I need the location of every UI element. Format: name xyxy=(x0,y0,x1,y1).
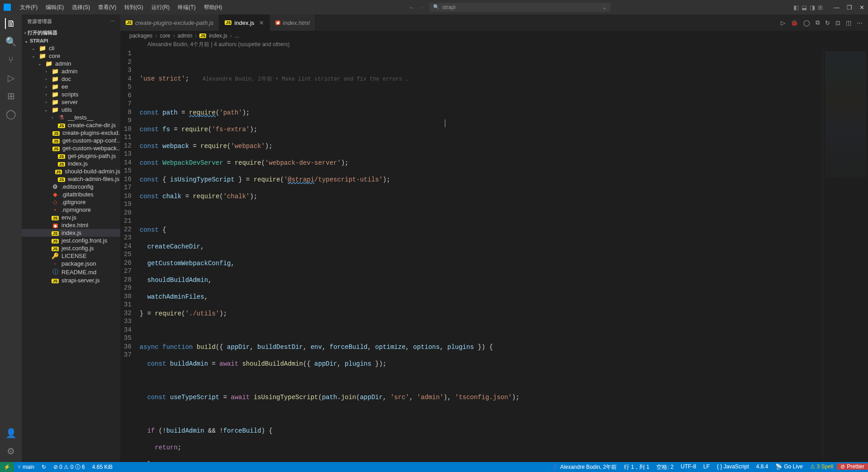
tab-close-icon[interactable]: ✕ xyxy=(259,19,264,26)
tree-item[interactable]: ›📁doc xyxy=(22,75,120,83)
indentation[interactable]: 空格: 2 xyxy=(653,463,677,471)
nav-back-icon[interactable]: ← xyxy=(409,4,415,11)
cursor-position[interactable]: 行 1，列 1 xyxy=(620,463,653,471)
tree-item[interactable]: JSjest.config.front.js xyxy=(22,237,120,244)
search-icon[interactable]: 🔍 xyxy=(5,36,16,47)
project-section[interactable]: ⌄ STRAPI xyxy=(22,37,120,44)
menu-terminal[interactable]: 终端(T) xyxy=(174,2,199,13)
search-text: strapi xyxy=(442,4,455,10)
line-blame[interactable]: 👤 Alexandre Bodin, 2年前 xyxy=(548,463,620,471)
tree-item[interactable]: ›⚗__tests__ xyxy=(22,114,120,121)
tree-item[interactable]: JSjest.config.js xyxy=(22,244,120,252)
tree-item[interactable]: ›📁scripts xyxy=(22,91,120,98)
tree-item[interactable]: JSget-custom-app-conf... xyxy=(22,137,120,144)
nav-forward-icon[interactable]: → xyxy=(418,4,424,11)
tree-item[interactable]: JSenv.js xyxy=(22,214,120,221)
open-editors-section[interactable]: › 打开的编辑器 xyxy=(22,29,120,37)
tree-item[interactable]: JSindex.js xyxy=(22,229,120,237)
prettier-status[interactable]: ⊘ Prettier xyxy=(837,463,868,470)
menu-select[interactable]: 选择(S) xyxy=(68,2,94,13)
eol[interactable]: LF xyxy=(700,463,713,470)
js-file-icon: JS xyxy=(199,33,206,38)
menu-help[interactable]: 帮助(H) xyxy=(200,2,226,13)
extensions-icon[interactable]: ⊞ xyxy=(5,91,16,101)
run-file-icon[interactable]: ▷ xyxy=(781,19,785,26)
tree-item[interactable]: ▪.npmignore xyxy=(22,206,120,214)
sidebar-title: 资源管理器 xyxy=(27,18,52,25)
tree-item[interactable]: JScreate-cache-dir.js xyxy=(22,121,120,129)
spell-check[interactable]: ⚠ 3 Spell xyxy=(807,463,837,470)
problems-indicator[interactable]: ⊘ 0 ⚠ 0 ⓘ 6 xyxy=(50,462,89,472)
menu-goto[interactable]: 转到(G) xyxy=(121,2,146,13)
tree-item[interactable]: ›📁ee xyxy=(22,83,120,91)
tree-item[interactable]: 🔑LICENSE xyxy=(22,252,120,260)
tree-item[interactable]: ⌄📁utils xyxy=(22,106,120,114)
menu-run[interactable]: 运行(R) xyxy=(148,2,174,13)
code-editor[interactable]: 1234567891011121314151617181920212223242… xyxy=(120,49,868,462)
preview-icon[interactable]: ⊡ xyxy=(835,19,840,26)
minimap-preview xyxy=(825,51,866,178)
file-size: 4.65 KiB xyxy=(89,462,116,472)
more-actions-icon[interactable]: ⋯ xyxy=(857,19,863,26)
chevron-down-icon[interactable]: ⌄ xyxy=(602,4,607,10)
layout-panel-icon[interactable]: ⬓ xyxy=(802,4,807,11)
maximize-icon[interactable]: ❐ xyxy=(847,4,852,11)
tree-item[interactable]: JSstrapi-server.js xyxy=(22,277,120,284)
minimize-icon[interactable]: — xyxy=(834,4,840,11)
layout-sidebar-left-icon[interactable]: ◧ xyxy=(793,4,799,11)
menu-view[interactable]: 查看(V) xyxy=(94,2,120,13)
tree-item[interactable]: JSwatch-admin-files.js xyxy=(22,175,120,183)
tree-item[interactable]: JSshould-build-admin.js xyxy=(22,167,120,175)
run-debug-icon[interactable]: ▷ xyxy=(5,72,16,83)
tree-item[interactable]: JSget-custom-webpack... xyxy=(22,144,120,152)
tree-item[interactable]: ⌄📁core xyxy=(22,52,120,60)
editor-tab[interactable]: ◈index.html xyxy=(270,14,316,31)
chevron-down-icon: ⌄ xyxy=(24,38,28,43)
command-center-search[interactable]: strapi ⌄ xyxy=(429,3,610,12)
debug-icon[interactable]: 🐞 xyxy=(791,19,798,26)
sidebar-more-icon[interactable]: ⋯ xyxy=(110,19,115,24)
editor-tab[interactable]: JSindex.js✕ xyxy=(219,14,269,31)
tree-item[interactable]: JSget-plugins-path.js xyxy=(22,152,120,160)
editor-tab[interactable]: JScreate-plugins-exclude-path.js xyxy=(120,14,219,31)
accounts-icon[interactable]: 👤 xyxy=(5,428,16,439)
git-branch[interactable]: ⑂ main xyxy=(14,462,38,472)
chevron-right-icon: › xyxy=(24,30,26,35)
split-editor-icon[interactable]: ◫ xyxy=(846,19,851,26)
minimap[interactable] xyxy=(823,49,868,462)
source-control-icon[interactable]: ⑂ xyxy=(5,54,16,65)
layout-sidebar-right-icon[interactable]: ◨ xyxy=(810,4,815,11)
menu-edit[interactable]: 编辑(E) xyxy=(42,2,67,13)
circle-icon[interactable]: ◯ xyxy=(803,19,810,26)
tree-item[interactable]: JScreate-plugins-exclud... xyxy=(22,129,120,137)
git-blame-header[interactable]: Alexandre Bodin, 4个月前 | 4 authors (soupe… xyxy=(120,41,868,49)
tree-item[interactable]: ◆.gitattributes xyxy=(22,191,120,198)
explorer-sidebar: 资源管理器 ⋯ › 打开的编辑器 ⌄ STRAPI ⌄📁cli⌄📁core⌄📁a… xyxy=(22,14,120,462)
main-menu: 文件(F) 编辑(E) 选择(S) 查看(V) 转到(G) 运行(R) 终端(T… xyxy=(16,2,226,13)
tree-item[interactable]: ›📁admin xyxy=(22,67,120,75)
breadcrumb[interactable]: packages› core› admin› JS index.js› ... xyxy=(120,31,868,41)
remote-indicator[interactable]: ⚡ xyxy=(0,462,14,472)
tree-item[interactable]: ▫package.json xyxy=(22,260,120,267)
tree-item[interactable]: ›📁server xyxy=(22,98,120,106)
settings-gear-icon[interactable]: ⚙ xyxy=(5,446,16,457)
split-right-icon[interactable]: ⧉ xyxy=(816,19,820,26)
explorer-icon[interactable]: 🗎 xyxy=(5,18,16,29)
tree-item[interactable]: JSindex.js xyxy=(22,160,120,167)
tree-item[interactable]: ⓘREADME.md xyxy=(22,267,120,277)
close-icon[interactable]: ✕ xyxy=(859,4,864,11)
version[interactable]: 4.8.4 xyxy=(753,463,772,470)
tree-item[interactable]: ⌄📁admin xyxy=(22,60,120,67)
tree-item[interactable]: ◈index.html xyxy=(22,221,120,229)
tree-item[interactable]: ⌄📁cli xyxy=(22,44,120,52)
encoding[interactable]: UTF-8 xyxy=(677,463,700,470)
remote-icon[interactable]: ◯ xyxy=(5,109,16,119)
layout-customize-icon[interactable]: ⊞ xyxy=(818,4,823,11)
refresh-icon[interactable]: ↻ xyxy=(825,19,830,26)
menu-file[interactable]: 文件(F) xyxy=(16,2,41,13)
language-mode[interactable]: { } JavaScript xyxy=(713,463,753,470)
git-sync[interactable]: ↻ xyxy=(38,462,50,472)
tree-item[interactable]: ⚙.editorconfig xyxy=(22,183,120,191)
go-live[interactable]: 📡 Go Live xyxy=(772,463,806,470)
tree-item[interactable]: ◇.gitignore xyxy=(22,198,120,206)
